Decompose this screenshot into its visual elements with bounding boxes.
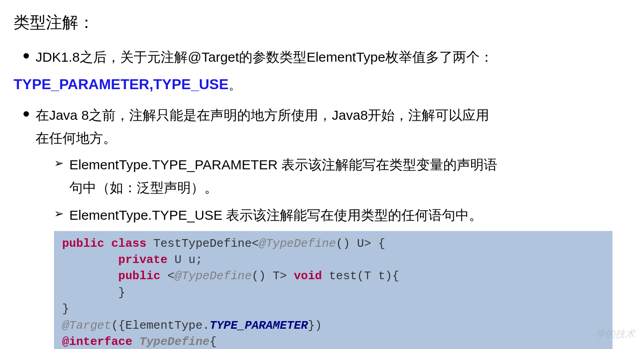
bullet-text: 在Java 8之前，注解只能是在声明的地方所使用，Java8开始，注解可以应用 … bbox=[36, 104, 630, 150]
kw-void: void bbox=[294, 269, 322, 283]
code-text: { bbox=[210, 335, 217, 349]
code-text: }) bbox=[308, 319, 322, 332]
line1: ElementType.TYPE_PARAMETER 表示该注解能写在类型变量的… bbox=[69, 157, 497, 172]
code-text: ({ElementType. bbox=[111, 319, 209, 332]
kw-private: private bbox=[118, 253, 167, 267]
code-text: test(T t){ bbox=[322, 269, 399, 283]
period: 。 bbox=[229, 78, 241, 92]
bullet-item-2: ● 在Java 8之前，注解只能是在声明的地方所使用，Java8开始，注解可以应… bbox=[14, 104, 630, 150]
constant: TYPE_PARAMETER bbox=[210, 319, 308, 332]
highlight-line: TYPE_PARAMETER,TYPE_USE。 bbox=[14, 72, 630, 96]
annotation: @TypeDefine bbox=[175, 269, 252, 283]
code-block: public class TestTypeDefine<@TypeDefine(… bbox=[54, 231, 612, 349]
code-text: } bbox=[62, 302, 69, 316]
kw-public: public bbox=[62, 237, 104, 250]
watermark: 学的技术 bbox=[595, 326, 635, 342]
sub-bullet-2: ➢ ElementType.TYPE_USE 表示该注解能写在使用类型的任何语句… bbox=[14, 204, 630, 227]
bullet-marker: ● bbox=[23, 104, 30, 124]
annotation-target: @Target bbox=[62, 319, 111, 332]
annotation: @TypeDefine bbox=[259, 237, 336, 250]
sub-bullet-text: ElementType.TYPE_PARAMETER 表示该注解能写在类型变量的… bbox=[69, 153, 630, 199]
code-text: } bbox=[118, 286, 126, 299]
line2: 句中（如：泛型声明）。 bbox=[69, 180, 218, 195]
kw-atinterface: @interface bbox=[62, 335, 132, 349]
line1: ElementType.TYPE_USE 表示该注解能写在使用类型的任何语句中。 bbox=[69, 208, 483, 222]
kw-public: public bbox=[118, 269, 161, 283]
arrow-marker: ➢ bbox=[54, 153, 64, 173]
line1: 在Java 8之前，注解只能是在声明的地方所使用，Java8开始，注解可以应用 bbox=[36, 108, 489, 122]
bullet-marker: ● bbox=[23, 45, 30, 66]
sub-bullet-1: ➢ ElementType.TYPE_PARAMETER 表示该注解能写在类型变… bbox=[14, 153, 630, 199]
arrow-marker: ➢ bbox=[54, 204, 64, 223]
kw-class: class bbox=[111, 237, 146, 250]
sub-bullet-text: ElementType.TYPE_USE 表示该注解能写在使用类型的任何语句中。 bbox=[69, 204, 630, 227]
code-text: () T> bbox=[252, 269, 294, 283]
bullet-item-1: ● JDK1.8之后，关于元注解@Target的参数类型ElementType枚… bbox=[14, 45, 630, 68]
code-text: U u; bbox=[167, 253, 203, 267]
page-title: 类型注解： bbox=[14, 9, 630, 36]
interface-name: TypeDefine bbox=[140, 335, 210, 349]
class-name: TestTypeDefine bbox=[153, 237, 252, 250]
code-text: () U> { bbox=[336, 237, 385, 250]
line2: 在任何地方。 bbox=[36, 131, 117, 145]
highlight-text: TYPE_PARAMETER,TYPE_USE bbox=[14, 76, 229, 92]
bullet-text: JDK1.8之后，关于元注解@Target的参数类型ElementType枚举值… bbox=[36, 45, 630, 68]
